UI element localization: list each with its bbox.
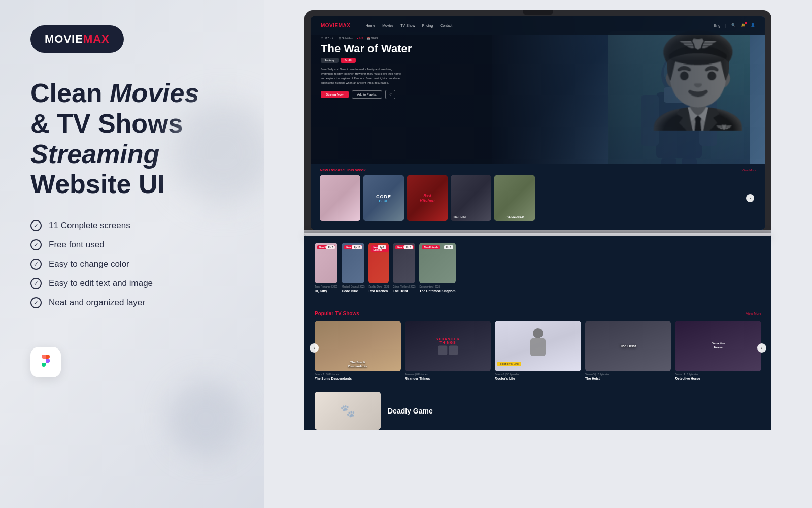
check-icon: ✓ (30, 220, 42, 231)
episode-card-code-blue[interactable]: New Episode Ep 10 Medical, Drama | 2023 … (342, 243, 364, 293)
tv-card-detective-horse[interactable]: DetectiveHorse Season 4 | 8 Episodes Det… (675, 321, 761, 380)
episode-info: Documentary | 2023 The Untamed Kingdom (419, 283, 455, 293)
hero-tags: Fantasy Sci-Fi (321, 58, 412, 63)
episode-title: Hi, Kitty (315, 289, 337, 293)
tv-card-thumbnail: The Heist (585, 321, 671, 371)
tv-card-info: Season 4 | 8 Episodes Detective Horse (675, 371, 761, 380)
movie-card-image: THE UNTAMED (494, 175, 535, 221)
tv-season: Season 4 | 8 Episodes (675, 373, 761, 376)
check-icon: ✓ (30, 278, 42, 289)
new-release-section: New Release This Week View More HI, KITT… (311, 164, 765, 230)
movie-card-image: HI, KITTY (320, 175, 360, 221)
nav-lang[interactable]: Eng (714, 24, 720, 27)
left-panel: MOVIEMAX Clean Movies & TV Shows Streami… (0, 0, 264, 508)
svg-point-8 (533, 328, 543, 338)
nav-contact[interactable]: Contact (440, 24, 452, 27)
movie-card-image: THE HEIST (451, 175, 491, 221)
episode-card-the-heist[interactable]: New Episode Ep 6 Crime, Thrillers | 2023… (393, 243, 415, 293)
tv-season: Season 4 | 8 Episodes (405, 373, 491, 376)
carousel-next-button[interactable]: › (746, 194, 754, 202)
episode-number: Ep 3 (444, 245, 453, 249)
favorite-button[interactable]: ♡ (385, 90, 395, 99)
episode-card-hi-kitty[interactable]: New Episode Ep 7 Teen, Romance | 2023 Hi… (315, 243, 337, 293)
tv-sun-overlay: The Sun &Descendants (317, 361, 398, 369)
hero-rating: ● 9.3 (357, 37, 363, 40)
tv-carousel-prev-button[interactable]: ‹ (310, 343, 319, 353)
tv-card-suns-descendants[interactable]: The Sun &Descendants Season 1 | 16 Episo… (315, 321, 401, 380)
movie-card-the-heist[interactable]: THE HEIST (451, 175, 491, 221)
untamed-overlay: THE UNTAMED (496, 215, 533, 218)
feature-text: Easy to edit text and image (49, 278, 153, 289)
stream-now-button[interactable]: Stream Now (321, 91, 349, 98)
notification-icon[interactable]: 🔔 (741, 23, 746, 27)
figma-badge (30, 347, 61, 377)
screen-navbar: MOVIEMAX Home Movies TV Show Pricing Con… (311, 16, 765, 35)
popular-tv-title: Popular TV Shows (315, 311, 359, 316)
detective-horse-overlay: DetectiveHorse (712, 342, 725, 350)
features-list: ✓ 11 Complete screens ✓ Free font used ✓… (30, 220, 233, 316)
check-icon: ✓ (30, 259, 42, 270)
code-text: CODE (376, 194, 391, 199)
hero-duration: ⏱ 120 min (321, 37, 334, 40)
nav-pricing[interactable]: Pricing (422, 24, 433, 27)
tv-title: The Sun's Descendants (315, 377, 401, 380)
nav-tvshow[interactable]: TV Show (400, 24, 415, 27)
tag-scifi: Sci-Fi (341, 58, 356, 63)
feature-item: ✓ Easy to edit text and image (30, 278, 233, 289)
episode-thumbnail: New Episode Ep 10 (342, 243, 364, 283)
popular-tv-section: Popular TV Shows View More ‹ The Sun &De… (304, 306, 771, 388)
tv-season: Season 5 | 10 Episodes (585, 373, 671, 376)
tv-title: Stranger Things (405, 377, 491, 380)
tv-carousel-next-button[interactable]: › (757, 343, 766, 353)
feature-item: ✓ Neat and organized layer (30, 297, 233, 308)
movie-card-hi-kitty[interactable]: HI, KITTY (320, 175, 360, 221)
red-kitchen-overlay: Red Kitchen (420, 193, 434, 203)
stranger-things-overlay: STRANGER THINGS (436, 337, 460, 355)
blue-text: BLUE (376, 199, 391, 203)
headline-movies: Movies (110, 78, 199, 108)
movie-card-untamed[interactable]: THE UNTAMED (494, 175, 535, 221)
movie-card-red-kitchen[interactable]: Red Kitchen (407, 175, 448, 221)
hero-subtitles: ⊞ Subtitles (339, 37, 353, 40)
code-overlay: CODE BLUE (376, 194, 391, 203)
episode-info: Crime, Thrillers | 2023 The Heist (393, 283, 415, 293)
the-heist-overlay: The Heist (620, 344, 636, 348)
search-icon[interactable]: 🔍 (731, 23, 736, 27)
feature-text: Easy to change color (49, 259, 129, 269)
episode-genre: Teen, Romance | 2023 (315, 285, 337, 288)
tv-card-info: Season 1 | 16 Episodes The Sun's Descend… (315, 371, 401, 380)
kitchen-text: Kitchen (420, 198, 434, 203)
tv-season: Season 1 | 16 Episodes (315, 373, 401, 376)
tv-card-info: Season 5 | 10 Episodes The Heist (585, 371, 671, 380)
tv-card-the-heist[interactable]: The Heist Season 5 | 10 Episodes The Hei… (585, 321, 671, 380)
nav-links: Home Movies TV Show Pricing Contact (365, 24, 452, 27)
movie-card-code-blue[interactable]: CODE BLUE (363, 175, 404, 221)
tv-title: Doctor's Life (495, 377, 581, 380)
episode-thumbnail: New Episode Ep 3 (419, 243, 455, 283)
user-icon[interactable]: 👤 (751, 23, 755, 27)
movies-carousel: HI, KITTY CODE BLUE (320, 175, 756, 221)
episode-card-untamed-kingdom[interactable]: New Episode Ep 3 Documentary | 2023 The … (419, 243, 455, 293)
episode-info: Reality Show | 2023 Red Kitchen (368, 283, 389, 293)
tv-card-thumbnail: DetectiveHorse (675, 321, 761, 371)
hero-title: The War of Water (321, 43, 412, 55)
episode-number: Ep 10 (352, 245, 362, 249)
episode-genre: Documentary | 2023 (419, 285, 455, 288)
tv-card-stranger-things[interactable]: STRANGER THINGS Season 4 | 8 Episodes St… (405, 321, 491, 380)
stranger-text: STRANGER (436, 337, 460, 341)
popular-tv-view-more[interactable]: View More (746, 312, 761, 315)
tv-card-thumbnail: DOCTOR'S LIFE (495, 321, 581, 371)
tv-card-doctors-life[interactable]: DOCTOR'S LIFE Season 2 | 16 Episodes Doc… (495, 321, 581, 380)
tv-card-info: Season 4 | 8 Episodes Stranger Things (405, 371, 491, 380)
nav-movies[interactable]: Movies (382, 24, 393, 27)
brand-logo[interactable]: MOVIEMAX (30, 25, 124, 53)
episode-card-red-kitchen[interactable]: New Episode Ep 2 Reality Show | 2023 Red… (368, 243, 389, 293)
figma-icon (40, 353, 52, 372)
nav-home[interactable]: Home (365, 24, 375, 27)
laptop-screen: MOVIEMAX Home Movies TV Show Pricing Con… (311, 16, 765, 230)
add-to-playlist-button[interactable]: Add to Playlist (352, 90, 382, 99)
episode-number: Ep 2 (378, 245, 387, 249)
tv-shows-row: ‹ The Sun &Descendants Season 1 | 16 Epi… (315, 321, 761, 380)
new-release-view-more[interactable]: View More (742, 169, 756, 172)
below-laptop-content: New Episode Ep 7 Teen, Romance | 2023 Hi… (304, 236, 771, 430)
